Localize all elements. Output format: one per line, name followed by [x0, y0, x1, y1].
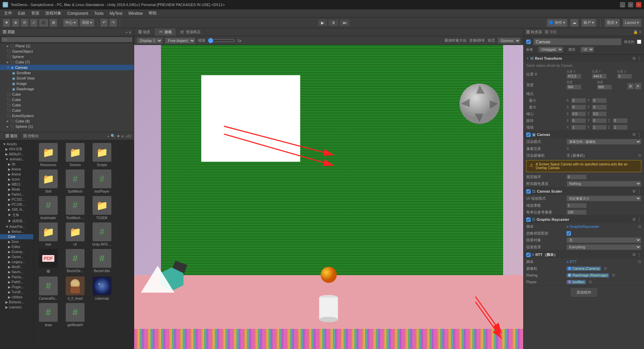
hierarchy-item-cube1[interactable]: ⬛Cube	[0, 92, 134, 97]
rtt-player-pick[interactable]: ⊙	[589, 280, 592, 284]
assets-tree-navm[interactable]: ▶ Navm...	[0, 269, 33, 275]
rect-transform-settings[interactable]: ⚙	[632, 56, 636, 61]
asset-tgsdk[interactable]: 📁 TGSDK	[90, 196, 114, 220]
assets-tree-nvjob[interactable]: ▶ #NVJOB	[0, 147, 33, 152]
assets-tree-utilities[interactable]: ▶ Utilities	[0, 295, 33, 300]
rtt-camera-pick[interactable]: ⊙	[604, 266, 607, 271]
toolbar-play-button[interactable]: ▶	[318, 19, 327, 26]
toolbar-undo[interactable]: ↶	[100, 19, 108, 27]
toolbar-hand[interactable]: ✥	[3, 19, 10, 27]
assets-tree-pc102[interactable]: ▶ PC102...	[0, 197, 33, 202]
pivot-x[interactable]	[571, 111, 586, 116]
canvas-enabled[interactable]	[526, 133, 531, 137]
canvas-scaler-header[interactable]: ⚖ Canvas Scaler ⚙ ⋮	[524, 188, 644, 195]
hierarchy-item-image[interactable]: ▣Image	[0, 81, 134, 86]
tag-select[interactable]: Untagged	[538, 47, 563, 52]
assets-tree-behavio[interactable]: ▶ Behavio...	[0, 300, 33, 305]
assets-tree-modif[interactable]: ▶ Modif...	[0, 264, 33, 269]
toolbar-layers[interactable]: 图层 ▾	[605, 19, 620, 27]
canvas-scaler-enabled[interactable]	[526, 189, 531, 194]
graphic-raycaster-menu[interactable]: ⋮	[637, 217, 641, 222]
assets-tree-anime2[interactable]: ▶ Anime	[0, 172, 33, 177]
asset-getmodeh[interactable]: # getModeH	[63, 303, 87, 327]
graphic-raycaster-enabled[interactable]	[526, 217, 531, 222]
toolbar-pause-button[interactable]: ⏸	[328, 19, 338, 26]
assets-add-btn[interactable]: +	[107, 134, 109, 138]
assets-tree-mode[interactable]: ▶ Mode	[0, 187, 33, 192]
minimize-button[interactable]: _	[620, 2, 625, 7]
assets-star-btn[interactable]: ★	[117, 134, 120, 138]
asset-unityrpg[interactable]: # Unity-RPG ...	[90, 222, 114, 246]
ref-pixels-input[interactable]	[567, 210, 587, 215]
assets-tree-anime1[interactable]: ▶ Anime	[0, 167, 33, 172]
hierarchy-menu-btn[interactable]: ≡	[129, 30, 131, 34]
maximize-button[interactable]: □	[628, 2, 633, 7]
anchor-min-x[interactable]	[571, 98, 586, 103]
hierarchy-search[interactable]	[1, 37, 132, 42]
asset-d0head[interactable]: d_0_head	[63, 277, 87, 300]
assets-tree-pc108[interactable]: ▶ PC108...	[0, 202, 33, 207]
blocking-objects-select[interactable]: 无	[567, 237, 641, 243]
asset-scenes[interactable]: 📁 Scenes	[63, 143, 87, 167]
aspect-select[interactable]: Free Aspect	[165, 38, 195, 44]
hierarchy-add-btn[interactable]: +	[125, 30, 127, 34]
asset-splitmesh[interactable]: # SplitMesh	[63, 169, 87, 193]
menu-tools[interactable]: Tools	[92, 10, 106, 16]
mute-btn[interactable]: 音频/静音	[469, 38, 485, 43]
width-input[interactable]	[567, 85, 581, 90]
maximize-btn[interactable]: 播放时最大化	[444, 38, 467, 43]
rot-x[interactable]	[571, 118, 586, 123]
assets-tree-core[interactable]: Core	[0, 234, 33, 239]
render-camera-pick[interactable]: ⊙	[638, 153, 641, 158]
assets-tree-animato[interactable]: ▼ animato...	[0, 157, 33, 162]
toolbar-scale[interactable]: ⤢	[30, 19, 38, 27]
hierarchy-item-sphere1[interactable]: ▶⬛Sphere (1)	[0, 124, 134, 129]
menu-gameobject[interactable]: 游戏对象	[43, 10, 64, 17]
anchor-icon[interactable]: ⊞	[627, 83, 634, 90]
assets-tree-examp[interactable]: ▶ Examp...	[0, 249, 33, 254]
pos-z-input[interactable]	[617, 74, 632, 79]
console-tab[interactable]: ☰ 控制台	[20, 133, 42, 139]
asset-testplayer[interactable]: # testPlayer	[90, 169, 114, 193]
inspector-lock-btn[interactable]: 🔒	[633, 30, 638, 34]
stats-btn[interactable]: 状态	[488, 38, 495, 43]
rect-transform-menu[interactable]: ⋮	[637, 56, 641, 61]
canvas-settings[interactable]: ⚙	[632, 132, 636, 137]
assets-tree-door[interactable]: ▶ Door	[0, 239, 33, 244]
assets-tree-plugin[interactable]: ▶ Plugin...	[0, 285, 33, 290]
assets-tree-icons[interactable]: ▶ Icons	[0, 177, 33, 182]
add-component-button[interactable]: 添加组件	[571, 288, 597, 297]
render-mode-select[interactable]: 屏幕空间 - 摄像机	[567, 139, 641, 145]
anchor-max-x[interactable]	[571, 105, 586, 110]
assets-tree-behav1[interactable]: ▶ Behav...	[0, 229, 33, 234]
pos-x-input[interactable]	[567, 74, 581, 79]
hierarchy-item-canvas[interactable]: ▼▣Canvas	[0, 65, 134, 70]
go-name-input[interactable]	[533, 38, 622, 45]
ignore-reversed-checkbox[interactable]	[567, 231, 571, 236]
toolbar-space[interactable]: 局部 ▾	[79, 19, 95, 27]
asset-textmesh[interactable]: # TextMesh ...	[63, 196, 87, 220]
sort-order-input[interactable]	[567, 174, 587, 180]
navigator-tab[interactable]: ☰ 导航	[545, 30, 557, 35]
toolbar-step-button[interactable]: ⏭	[340, 19, 350, 26]
canvas-menu[interactable]: ⋮	[637, 132, 641, 137]
rtt-menu[interactable]: ⋮	[637, 252, 641, 257]
asset-pdf[interactable]: PDF 棚	[36, 249, 60, 274]
scale-z[interactable]	[613, 125, 628, 130]
asset-cameraro[interactable]: # CameraRo...	[36, 277, 60, 300]
r-btn[interactable]: R	[635, 83, 641, 90]
game-tab[interactable]: 🎮 游戏	[155, 28, 176, 36]
menu-help[interactable]: 帮助	[146, 10, 159, 17]
target-display-select[interactable]: Nothing	[567, 181, 641, 187]
toolbar-account[interactable]: 账户 ▾	[581, 19, 596, 27]
hierarchy-item-cube8[interactable]: ▶⬛Cube (8)	[0, 118, 134, 124]
toolbar-redo[interactable]: ↷	[109, 19, 117, 27]
rect-transform-header[interactable]: ▼ ⊞ Rect Transform ⚙ ⋮	[524, 55, 644, 62]
assets-menu-btn[interactable]: ≡	[121, 134, 123, 138]
hierarchy-item-cube7[interactable]: ▶⬛Cube (7)	[0, 59, 134, 65]
hierarchy-item-cube2[interactable]: ⬛Cube	[0, 97, 134, 102]
assets-tree-editor[interactable]: ▶ Editor	[0, 244, 33, 249]
project-tab[interactable]: ☰ 项目	[3, 133, 20, 139]
rtt-settings[interactable]: ⚙	[632, 252, 636, 257]
assets-tree-astarpat[interactable]: ▼ AstarPat...	[0, 224, 33, 229]
